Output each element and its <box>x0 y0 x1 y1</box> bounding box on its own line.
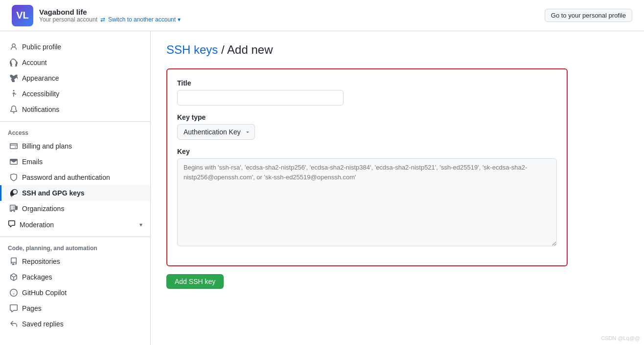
reply-icon <box>9 320 18 328</box>
add-ssh-key-button[interactable]: Add SSH key <box>166 274 224 289</box>
top-header: VL Vagabond life Your personal account ⇄… <box>0 0 644 31</box>
header-username: Vagabond life <box>39 8 181 16</box>
pages-icon <box>9 304 18 313</box>
sidebar-label: Account <box>22 59 47 66</box>
header-subtitle: Your personal account ⇄ Switch to anothe… <box>39 16 181 23</box>
sidebar-item-repositories[interactable]: Repositories <box>0 254 150 269</box>
ssh-keys-breadcrumb-link[interactable]: SSH keys <box>166 43 218 56</box>
sidebar-item-accessibility[interactable]: Accessibility <box>0 86 150 102</box>
sidebar-label: Billing and plans <box>22 142 72 150</box>
add-ssh-key-form: Title Key type Authentication Key Signin… <box>166 68 568 266</box>
sidebar-label: Packages <box>22 273 52 281</box>
access-section-label: Access <box>0 126 150 138</box>
building-icon <box>9 204 18 213</box>
key-type-select[interactable]: Authentication Key Signing Key <box>177 124 255 140</box>
sidebar-label: Emails <box>22 158 43 166</box>
gear-icon <box>9 58 18 67</box>
key-textarea[interactable] <box>177 158 557 246</box>
copilot-icon <box>9 288 18 297</box>
key-type-label: Key type <box>177 113 557 121</box>
sidebar-item-appearance[interactable]: Appearance <box>0 70 150 86</box>
sidebar-label: GitHub Copilot <box>22 289 67 297</box>
sidebar-item-emails[interactable]: Emails <box>0 154 150 170</box>
header-user-info: Vagabond life Your personal account ⇄ Sw… <box>39 8 181 23</box>
sidebar-divider-2 <box>0 237 150 237</box>
sidebar-item-copilot[interactable]: GitHub Copilot <box>0 285 150 301</box>
title-field-group: Title <box>177 79 557 106</box>
avatar: VL <box>12 5 33 26</box>
sidebar: Public profile Account Appearance Access… <box>0 31 151 345</box>
sidebar-label: Organizations <box>22 205 64 213</box>
sidebar-item-packages[interactable]: Packages <box>0 269 150 285</box>
shield-icon <box>9 173 18 182</box>
key-icon <box>9 189 18 197</box>
sidebar-item-saved-replies[interactable]: Saved replies <box>0 316 150 332</box>
mail-icon <box>9 157 18 166</box>
page-title: SSH keys / Add new <box>166 43 628 57</box>
bell-icon <box>9 105 18 114</box>
breadcrumb-current: Add new <box>227 43 273 56</box>
person-icon <box>9 43 18 51</box>
breadcrumb-separator: / <box>221 43 227 56</box>
sidebar-label: Appearance <box>22 74 59 82</box>
sidebar-label: Pages <box>22 304 42 312</box>
repo-icon <box>9 257 18 266</box>
sidebar-label: Saved replies <box>22 320 64 328</box>
sidebar-label: Repositories <box>22 258 60 265</box>
sidebar-item-moderation[interactable]: Moderation ▾ <box>0 216 150 233</box>
sidebar-item-billing[interactable]: Billing and plans <box>0 138 150 154</box>
sidebar-label: Notifications <box>22 106 59 113</box>
sidebar-item-ssh-gpg[interactable]: SSH and GPG keys <box>0 185 150 201</box>
sidebar-item-public-profile[interactable]: Public profile <box>0 39 150 55</box>
sidebar-item-account[interactable]: Account <box>0 55 150 70</box>
sidebar-label: Password and authentication <box>22 173 110 181</box>
key-label: Key <box>177 148 557 155</box>
layout: Public profile Account Appearance Access… <box>0 31 644 345</box>
accessibility-icon <box>9 89 18 98</box>
sidebar-label: SSH and GPG keys <box>22 189 85 197</box>
title-label: Title <box>177 79 557 87</box>
title-input[interactable] <box>177 90 344 106</box>
chevron-down-icon: ▾ <box>139 221 142 228</box>
sidebar-item-notifications[interactable]: Notifications <box>0 102 150 117</box>
package-icon <box>9 273 18 281</box>
sidebar-item-organizations[interactable]: Organizations <box>0 201 150 216</box>
sidebar-item-pages[interactable]: Pages <box>0 301 150 316</box>
main-content: SSH keys / Add new Title Key type Authen… <box>151 31 644 345</box>
key-field-group: Key <box>177 148 557 248</box>
header-left: VL Vagabond life Your personal account ⇄… <box>12 5 181 26</box>
creditcard-icon <box>9 142 18 151</box>
code-section-label: Code, planning, and automation <box>0 241 150 254</box>
sidebar-label: Accessibility <box>22 90 59 98</box>
switch-account-link[interactable]: Switch to another account ▾ <box>108 16 181 23</box>
comment-icon <box>8 220 16 229</box>
personal-profile-button[interactable]: Go to your personal profile <box>545 9 632 22</box>
sidebar-label: Moderation <box>20 221 54 229</box>
sidebar-divider <box>0 121 150 122</box>
sidebar-item-password[interactable]: Password and authentication <box>0 170 150 185</box>
key-type-field-group: Key type Authentication Key Signing Key <box>177 113 557 140</box>
watermark: CSDN @Lq@@ <box>601 335 640 341</box>
header-right: Go to your personal profile <box>545 9 632 22</box>
sidebar-label: Public profile <box>22 43 61 51</box>
paintbrush-icon <box>9 74 18 83</box>
